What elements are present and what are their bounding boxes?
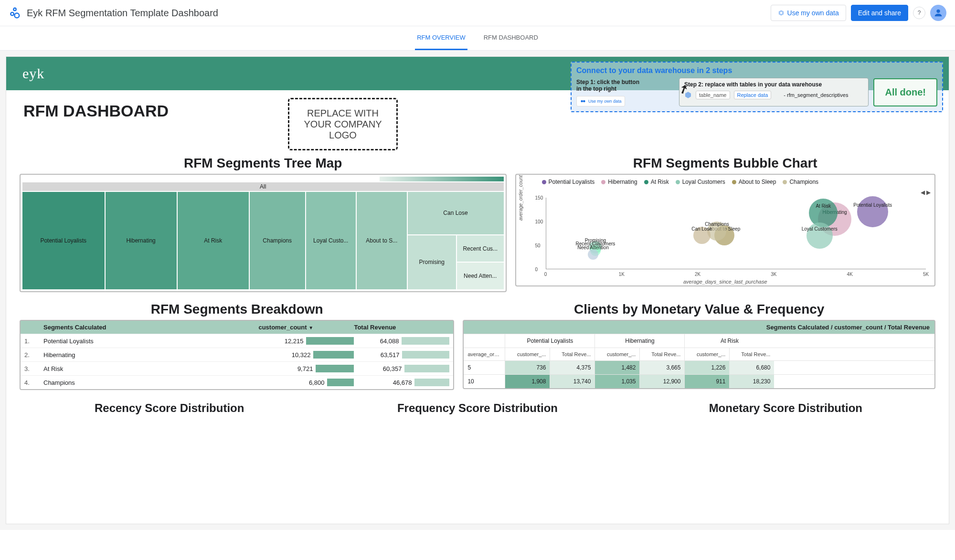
looker-studio-icon <box>9 7 21 19</box>
col-segments[interactable]: Segments Calculated <box>43 324 258 331</box>
company-logo-placeholder: REPLACE WITH YOUR COMPANY LOGO <box>288 98 398 150</box>
connect-title: Connect to your data warehouse in 2 step… <box>576 66 937 75</box>
all-done-button[interactable]: All done! <box>873 78 937 106</box>
topbar: Eyk RFM Segmentation Template Dashboard … <box>0 0 955 26</box>
connect-step2: Step 2: replace with tables in your data… <box>679 78 869 106</box>
col-customer-count[interactable]: customer_count ▼ <box>258 324 354 331</box>
bigquery-icon <box>778 10 785 16</box>
svg-point-4 <box>936 10 940 13</box>
treemap-cell[interactable]: Potential Loyalists <box>22 192 105 289</box>
treemap-cell[interactable]: Recent Cus... <box>457 235 504 262</box>
treemap-cell[interactable]: At Risk <box>178 192 249 289</box>
report-canvas: eyk Connect to your data warehouse in 2 … <box>6 56 949 524</box>
frequency-dist-title: Frequency Score Distribution <box>328 402 627 415</box>
col-total-revenue[interactable]: Total Revenue <box>354 324 449 331</box>
connect-instructions: Connect to your data warehouse in 2 step… <box>571 62 943 112</box>
monetary-dist-title: Monetary Score Distribution <box>636 402 935 415</box>
pivot-row[interactable]: 101,90813,7401,03512,90091118,230 <box>464 374 934 388</box>
table-row[interactable]: 1.Potential Loyalists12,21564,088 <box>21 334 453 348</box>
recency-dist-title: Recency Score Distribution <box>20 402 319 415</box>
treemap-cell[interactable]: Hibernating <box>106 192 177 289</box>
svg-point-5 <box>581 100 583 103</box>
table-row[interactable]: 4.Champions6,80046,678 <box>21 375 453 389</box>
treemap-cell[interactable]: Need Atten... <box>457 263 504 289</box>
legend-item[interactable]: About to Sleep <box>732 179 776 185</box>
svg-point-1 <box>11 12 13 15</box>
tab-rfm-overview[interactable]: RFM OVERVIEW <box>415 26 467 50</box>
pivot-row[interactable]: 57364,3751,4823,6651,2266,680 <box>464 360 934 374</box>
legend-pager[interactable]: ◀ ▶ <box>921 189 931 196</box>
table-row[interactable]: 2.Hibernating10,32263,517 <box>21 348 453 361</box>
breakdown-title: RFM Segments Breakdown <box>20 302 454 317</box>
svg-point-0 <box>13 8 16 11</box>
page-tabs: RFM OVERVIEW RFM DASHBOARD <box>0 26 955 51</box>
help-icon[interactable]: ? <box>913 7 925 19</box>
use-my-own-data-chip: Use my own data <box>576 96 625 106</box>
legend-item[interactable]: Champions <box>783 179 818 185</box>
legend-item[interactable]: At Risk <box>644 179 669 185</box>
svg-point-6 <box>583 100 585 103</box>
pivot-table[interactable]: Segments Calculated / customer_count / T… <box>463 320 935 389</box>
legend-item[interactable]: Potential Loyalists <box>542 179 595 185</box>
legend-item[interactable]: Hibernating <box>601 179 637 185</box>
table-row[interactable]: 3.At Risk9,72160,357 <box>21 361 453 375</box>
treemap-cell[interactable]: Loyal Custo... <box>306 192 356 289</box>
svg-point-2 <box>14 13 19 18</box>
eyk-logo: eyk <box>22 65 44 82</box>
treemap-cell[interactable]: About to S... <box>357 192 407 289</box>
treemap-cell[interactable]: Champions <box>250 192 305 289</box>
bubble-legend: Potential LoyalistsHibernatingAt RiskLoy… <box>518 177 933 186</box>
treemap-root[interactable]: All <box>22 182 504 191</box>
treemap-cell[interactable]: Promising <box>408 235 456 289</box>
sort-desc-icon: ▼ <box>308 325 313 330</box>
treemap-title: RFM Segments Tree Map <box>20 156 507 171</box>
treemap-cell[interactable]: Can Lose <box>408 192 504 234</box>
use-my-own-data-button[interactable]: Use my own data <box>771 5 846 21</box>
doc-title[interactable]: Eyk RFM Segmentation Template Dashboard <box>27 8 771 19</box>
bubble-label: Loyal Customers <box>802 226 838 232</box>
bubble-title: RFM Segments Bubble Chart <box>515 156 935 171</box>
breakdown-table[interactable]: Segments Calculated customer_count ▼ Tot… <box>20 320 454 390</box>
bubble-label: At Risk <box>816 203 831 209</box>
pivot-title: Clients by Monetary Value & Frequency <box>463 302 935 317</box>
svg-point-3 <box>780 12 782 14</box>
treemap-scale <box>380 177 504 181</box>
bubble-label: Need Attention <box>577 245 609 250</box>
bubble-label: Potential Loyalists <box>853 202 892 208</box>
user-avatar[interactable] <box>930 5 946 21</box>
bubble-point[interactable] <box>588 249 598 260</box>
bubble-point[interactable] <box>857 196 888 227</box>
legend-item[interactable]: Loyal Customers <box>676 179 725 185</box>
tab-rfm-dashboard[interactable]: RFM DASHBOARD <box>482 26 540 50</box>
connect-step1: Step 1: click the button in the top righ… <box>576 78 674 106</box>
bubble-label: Can Lose <box>691 226 712 232</box>
bubble-chart[interactable]: Potential LoyalistsHibernatingAt RiskLoy… <box>515 174 935 286</box>
edit-and-share-button[interactable]: Edit and share <box>851 5 908 21</box>
treemap-chart[interactable]: All Potential LoyalistsHibernatingAt Ris… <box>20 174 507 292</box>
